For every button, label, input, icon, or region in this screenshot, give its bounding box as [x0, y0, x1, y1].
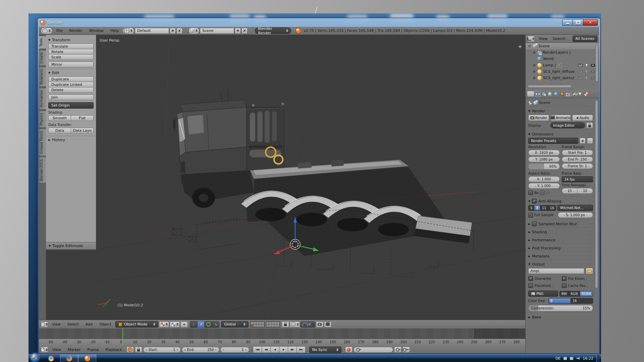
delete-layout-button[interactable]: ✘: [176, 28, 182, 34]
show-desktop-button[interactable]: [596, 355, 600, 362]
toolshelf-tab-create[interactable]: Create: [39, 50, 46, 66]
filter-size-field[interactable]: ‹S: 1.000 px›: [558, 212, 593, 218]
dimensions-panel-header[interactable]: ▼Dimensions: [528, 132, 593, 136]
panel-checkbox[interactable]: [532, 222, 537, 226]
end-frame-field[interactable]: ‹End Fr: 250›: [562, 157, 593, 162]
orientation-select[interactable]: Global: [221, 321, 249, 327]
panel-header-performance[interactable]: ▶Performance: [528, 238, 593, 242]
editor-type-button[interactable]: [527, 36, 535, 42]
menu-window[interactable]: Window: [86, 28, 107, 33]
timeline-scrub-area[interactable]: [39, 328, 525, 339]
data-layo-button[interactable]: Data Layo: [71, 128, 94, 133]
file-browse-button[interactable]: [586, 268, 593, 274]
expand-icon[interactable]: ⊕: [532, 70, 536, 73]
display-filter-select[interactable]: All Scenes: [573, 36, 597, 42]
volume-icon[interactable]: [576, 357, 580, 360]
outliner-menu-view[interactable]: View: [536, 37, 550, 41]
proportional-edit-select[interactable]: [290, 321, 300, 327]
checkbox-placehold[interactable]: [528, 283, 533, 288]
pivot-point-select[interactable]: [170, 321, 180, 327]
expand-icon[interactable]: ⊕: [532, 76, 536, 80]
keying-set-field[interactable]: [354, 347, 393, 353]
auto-keyframe-toggle[interactable]: [345, 347, 353, 353]
file-format-select[interactable]: PNG: [528, 291, 558, 297]
edit-panel-header[interactable]: ▼Edit: [48, 71, 94, 75]
render-presets-select[interactable]: Render Presets: [528, 138, 578, 144]
layer-cell[interactable]: [274, 322, 277, 324]
toolshelf-tab-tools[interactable]: Tools: [39, 36, 46, 49]
outliner-menu-search[interactable]: Search: [550, 37, 568, 41]
add-preset-button[interactable]: ✚: [580, 138, 586, 144]
snap-widget[interactable]: [301, 321, 315, 327]
layers-widget[interactable]: [250, 321, 280, 327]
play-reverse-button[interactable]: ◀: [270, 346, 279, 353]
scene-selector-icon-button[interactable]: [189, 27, 199, 34]
screen-layout-field[interactable]: Default: [135, 28, 169, 34]
animatio-button[interactable]: Animatio: [550, 115, 571, 121]
viewport-scene[interactable]: [96, 35, 525, 320]
play-button[interactable]: ▶: [279, 346, 288, 353]
renderability-camera-icon[interactable]: [591, 70, 595, 73]
properties-tab-material-icon[interactable]: [584, 92, 589, 97]
fps-select[interactable]: 24 fps: [562, 176, 593, 182]
menu-help[interactable]: Help: [107, 28, 122, 33]
layer-cell[interactable]: [266, 324, 269, 327]
aa-sample-5[interactable]: 5: [529, 205, 534, 210]
checkbox-overwrite[interactable]: ✓: [528, 276, 533, 281]
viewport-3d-region[interactable]: User Persp (1) Model10.2 ✚: [46, 35, 525, 320]
scale-manipulator-button[interactable]: ↘: [212, 321, 219, 328]
tray-icon[interactable]: [564, 357, 567, 360]
layer-cell[interactable]: [262, 322, 264, 324]
viewport-menu-select[interactable]: Select: [64, 322, 82, 326]
current-frame-line[interactable]: [122, 328, 123, 346]
tray-icon[interactable]: [570, 357, 573, 360]
panel-header-post-processing[interactable]: ▶Post Processing: [528, 246, 593, 250]
mirror-button[interactable]: Mirror: [48, 62, 94, 67]
region-expand-button[interactable]: ✚: [518, 44, 522, 49]
viewport-menu-add[interactable]: Add: [82, 322, 96, 326]
translate-button[interactable]: Translate: [48, 44, 94, 49]
end-frame-field[interactable]: ‹End: 250›: [182, 347, 219, 353]
start-frame-field[interactable]: ‹Start: 1›: [143, 347, 181, 353]
toolshelf-tab-blender2scs[interactable]: Blender2SCS: [39, 157, 46, 183]
render-still-button[interactable]: [316, 321, 323, 327]
aa-filter-select[interactable]: Mitchell-Net...: [557, 205, 593, 211]
remap-old-field[interactable]: ‹10›: [562, 188, 578, 194]
panel-header-metadata[interactable]: ▶Metadata: [528, 254, 593, 258]
clock[interactable]: 16:22: [583, 356, 593, 361]
visibility-eye-icon[interactable]: [578, 64, 583, 67]
screen-layout-icon-button[interactable]: [123, 27, 134, 34]
scene-selector-field[interactable]: Scene: [200, 28, 234, 34]
resolution-x-field[interactable]: ‹X: 1920 px›: [528, 150, 560, 156]
full-sample-checkbox[interactable]: [528, 213, 533, 218]
selectability-pointer-icon[interactable]: [585, 63, 588, 67]
add-layout-button[interactable]: ✚: [170, 28, 176, 34]
border-checkbox[interactable]: [528, 190, 533, 195]
properties-tab-constraints-icon[interactable]: [566, 92, 571, 97]
layer-cell[interactable]: [254, 322, 256, 324]
layers-grid-1[interactable]: [250, 321, 265, 327]
lock-camera-toggle[interactable]: [282, 321, 289, 327]
toolshelf-tab-physics[interactable]: Physics: [39, 111, 46, 128]
layer-cell[interactable]: [256, 322, 259, 324]
current-frame-field[interactable]: ‹ 1›: [220, 347, 249, 353]
set-origin-select[interactable]: Set Origin: [48, 102, 94, 109]
color-depth-16[interactable]: 16: [571, 298, 593, 303]
properties-tab-modifiers-icon[interactable]: [572, 92, 577, 97]
properties-tab-object-icon[interactable]: [559, 92, 565, 97]
selectability-pointer-icon[interactable]: [585, 76, 588, 80]
rotate-button[interactable]: Rotate: [48, 49, 94, 55]
panel-header-sampled-motion-blur[interactable]: ▶Sampled Motion Blur: [528, 222, 593, 226]
display-select[interactable]: Image Editor: [550, 122, 585, 128]
bake-panel-header[interactable]: ▶Bake: [528, 315, 593, 319]
properties-tab-scene-icon[interactable]: [547, 92, 552, 97]
last-operator-panel-header[interactable]: ▼ Toggle Editmode: [46, 242, 96, 250]
expand-icon[interactable]: ⊕: [532, 63, 536, 67]
pin-icon[interactable]: [528, 101, 532, 105]
aspect-y-field[interactable]: ‹Y: 1.000›: [528, 183, 560, 189]
menu-file[interactable]: File: [53, 28, 66, 33]
layer-cell[interactable]: [277, 324, 279, 327]
timeline-ruler[interactable]: -50-40-30-20-100102030405060708090100110…: [39, 339, 525, 346]
layer-cell[interactable]: [254, 324, 256, 327]
taskbar-firefox-button[interactable]: [60, 355, 78, 362]
